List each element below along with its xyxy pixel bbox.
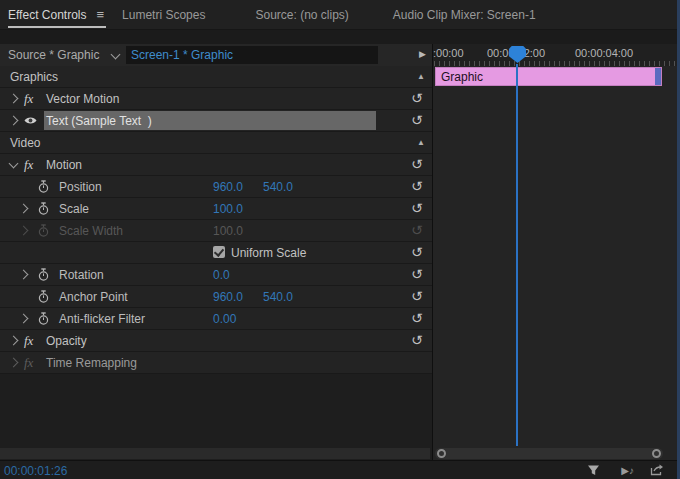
row-uniform-scale[interactable]: Uniform Scale ↺	[0, 242, 432, 264]
chevron-right-icon[interactable]	[9, 358, 19, 368]
reset-icon[interactable]: ↺	[411, 310, 423, 326]
value-scale[interactable]: 100.0	[213, 202, 243, 216]
horizontal-scrollbar-left[interactable]	[0, 448, 430, 459]
flyout-arrow-icon[interactable]: ▶	[419, 49, 426, 59]
clip-label: Graphic	[441, 70, 483, 84]
panel-gap	[0, 30, 680, 44]
stopwatch-icon[interactable]	[38, 312, 49, 325]
time-ruler[interactable]: :00:00 00:00:02:00 00:00:04:00	[432, 44, 680, 67]
chevron-down-icon[interactable]	[9, 159, 19, 169]
property-label: Anchor Point	[59, 290, 128, 304]
effects-list: Graphics ▲ fx Vector Motion ↺ Text (Samp…	[0, 66, 432, 374]
row-anti-flicker[interactable]: Anti-flicker Filter 0.00 ↺	[0, 308, 432, 330]
reset-icon[interactable]: ↺	[411, 266, 423, 282]
stopwatch-icon[interactable]	[38, 202, 49, 215]
reset-icon[interactable]: ↺	[411, 156, 423, 172]
clip-end-handle[interactable]	[655, 68, 661, 85]
effect-label: Vector Motion	[46, 92, 119, 106]
section-label: Graphics	[10, 70, 58, 84]
effect-timeline: Graphic	[433, 66, 680, 460]
current-timecode[interactable]: 00:00:01:26	[4, 464, 67, 478]
collapse-up-icon[interactable]: ▲	[417, 72, 425, 81]
play-audio-icon[interactable]: ▶♪	[621, 465, 634, 476]
chevron-right-icon[interactable]	[19, 314, 29, 324]
row-scale[interactable]: Scale 100.0 ↺	[0, 198, 432, 220]
chevron-down-icon[interactable]	[111, 50, 121, 60]
value-anti-flicker[interactable]: 0.00	[213, 312, 236, 326]
property-label: Rotation	[59, 268, 104, 282]
zoom-handle-left[interactable]	[437, 449, 446, 458]
eye-visibility-icon[interactable]	[24, 116, 37, 125]
fx-icon: fx	[24, 91, 33, 107]
value-anchor-y[interactable]: 540.0	[263, 290, 293, 304]
panel-footer: 00:00:01:26 ▶♪	[0, 460, 680, 479]
section-graphics[interactable]: Graphics ▲	[0, 66, 432, 88]
reset-icon[interactable]: ↺	[411, 200, 423, 216]
value-scale-width: 100.0	[213, 224, 243, 238]
effect-label: Opacity	[46, 334, 87, 348]
timeline-clip[interactable]: Graphic	[435, 67, 662, 86]
panel-menu-icon[interactable]: ≡	[96, 10, 104, 20]
value-rotation[interactable]: 0.0	[213, 268, 230, 282]
reset-icon[interactable]: ↺	[411, 90, 423, 106]
property-label: Scale Width	[59, 224, 123, 238]
filter-properties-icon[interactable]	[587, 464, 600, 477]
row-anchor-point[interactable]: Anchor Point 960.0 540.0 ↺	[0, 286, 432, 308]
property-label: Anti-flicker Filter	[59, 312, 145, 326]
tab-source[interactable]: Source: (no clips)	[255, 8, 348, 22]
chevron-right-icon[interactable]	[19, 270, 29, 280]
property-label: Position	[59, 180, 102, 194]
chevron-right-icon[interactable]	[19, 226, 29, 236]
playhead-line[interactable]	[516, 64, 518, 446]
row-time-remapping[interactable]: fx Time Remapping	[0, 352, 432, 374]
reset-icon: ↺	[411, 222, 423, 238]
chevron-right-icon[interactable]	[9, 116, 19, 126]
clip-selector-value[interactable]: Screen-1 * Graphic	[131, 48, 233, 62]
section-video[interactable]: Video ▲	[0, 132, 432, 154]
row-position[interactable]: Position 960.0 540.0 ↺	[0, 176, 432, 198]
value-position-y[interactable]: 540.0	[263, 180, 293, 194]
effect-controls-panel: Effect Controls ≡ Lumetri Scopes Source:…	[0, 0, 680, 479]
tab-lumetri-scopes[interactable]: Lumetri Scopes	[122, 8, 205, 22]
effect-label: Time Remapping	[46, 356, 137, 370]
stopwatch-icon[interactable]	[38, 268, 49, 281]
clip-header: Source * Graphic Screen-1 * Graphic ▶	[0, 44, 432, 67]
section-label: Video	[10, 136, 40, 150]
stopwatch-icon	[38, 224, 49, 237]
tab-audio-clip-mixer[interactable]: Audio Clip Mixer: Screen-1	[393, 8, 536, 22]
zoom-handle-right[interactable]	[652, 449, 661, 458]
chevron-right-icon[interactable]	[9, 336, 19, 346]
value-anchor-x[interactable]: 960.0	[213, 290, 243, 304]
row-opacity[interactable]: fx Opacity ↺	[0, 330, 432, 352]
effect-label: Text (Sample Text )	[46, 114, 152, 128]
ruler-tick-label: 00:00:04:00	[575, 47, 633, 59]
row-text-layer[interactable]: Text (Sample Text ) ↺	[0, 110, 432, 132]
row-scale-width[interactable]: Scale Width 100.0 ↺	[0, 220, 432, 242]
reset-icon[interactable]: ↺	[411, 332, 423, 348]
row-vector-motion[interactable]: fx Vector Motion ↺	[0, 88, 432, 110]
value-position-x[interactable]: 960.0	[213, 180, 243, 194]
zoom-scrollbar[interactable]	[435, 448, 663, 459]
reset-icon[interactable]: ↺	[411, 244, 423, 260]
uniform-scale-checkbox[interactable]	[213, 246, 225, 258]
reset-icon[interactable]: ↺	[411, 112, 423, 128]
row-rotation[interactable]: Rotation 0.0 ↺	[0, 264, 432, 286]
export-icon[interactable]	[650, 464, 664, 476]
stopwatch-icon[interactable]	[38, 180, 49, 193]
reset-icon[interactable]: ↺	[411, 288, 423, 304]
reset-icon[interactable]: ↺	[411, 178, 423, 194]
fx-icon: fx	[24, 355, 33, 371]
chevron-right-icon[interactable]	[19, 204, 29, 214]
stopwatch-icon[interactable]	[38, 290, 49, 303]
fx-icon: fx	[24, 157, 33, 173]
checkbox-label: Uniform Scale	[231, 246, 306, 260]
ruler-tick-label: :00:00	[433, 47, 464, 59]
tab-label[interactable]: Effect Controls	[8, 8, 86, 22]
collapse-up-icon[interactable]: ▲	[417, 138, 425, 147]
tab-effect-controls[interactable]: Effect Controls ≡	[8, 2, 106, 28]
chevron-right-icon[interactable]	[9, 94, 19, 104]
clip-selector[interactable]: Screen-1 * Graphic	[126, 46, 378, 64]
fx-icon: fx	[24, 333, 33, 349]
property-label: Scale	[59, 202, 89, 216]
row-motion[interactable]: fx Motion ↺	[0, 154, 432, 176]
